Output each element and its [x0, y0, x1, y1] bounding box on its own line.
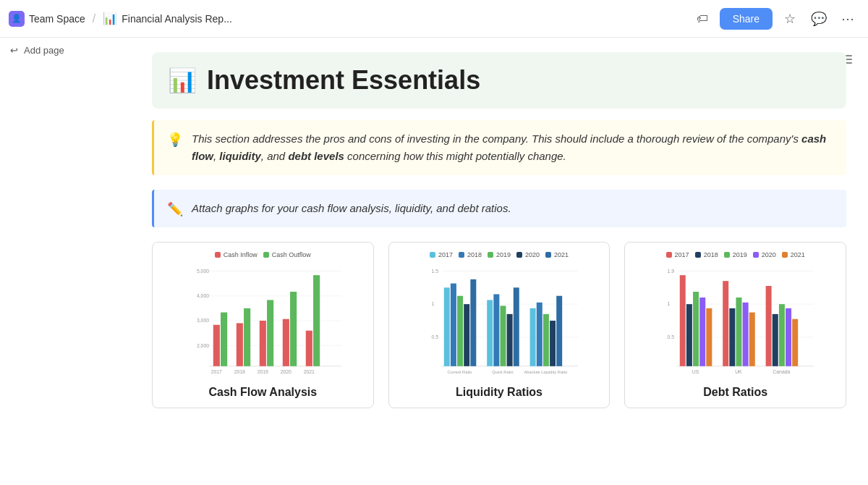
legend-inflow: Cash Inflow	[215, 251, 258, 258]
svg-rect-44	[500, 305, 506, 366]
navbar: 👤 Team Space / 📊 Financial Analysis Rep.…	[0, 0, 868, 38]
svg-rect-15	[213, 325, 220, 366]
svg-rect-24	[313, 275, 320, 366]
debt-legend: 2017 2018 2019 2020 2021	[666, 251, 805, 258]
svg-rect-51	[556, 296, 562, 366]
star-button[interactable]: ☆	[778, 7, 801, 30]
cash-flow-chart-card: Cash Inflow Cash Outflow 5,000 4,000 3,0…	[152, 242, 374, 408]
svg-rect-39	[457, 296, 463, 366]
cash-flow-title: Cash Flow Analysis	[209, 386, 318, 399]
svg-rect-47	[529, 308, 535, 366]
breadcrumb-separator: /	[93, 12, 95, 25]
svg-rect-48	[536, 303, 542, 366]
svg-rect-68	[730, 308, 736, 366]
doc-breadcrumb[interactable]: 📊 Financial Analysis Rep...	[103, 12, 232, 25]
tag-button[interactable]: 🏷	[691, 7, 714, 30]
svg-rect-64	[693, 292, 699, 366]
cash-flow-svg: 5,000 4,000 3,000 2,000	[161, 263, 365, 379]
charts-row: Cash Inflow Cash Outflow 5,000 4,000 3,0…	[152, 242, 846, 408]
svg-text:4,000: 4,000	[197, 293, 209, 298]
debt-chart-card: 2017 2018 2019 2020 2021 1.9 1 0.5	[624, 242, 846, 408]
svg-rect-76	[793, 319, 799, 366]
liquidity-title: Liquidity Ratios	[456, 386, 542, 399]
svg-text:2021: 2021	[304, 369, 315, 374]
cash-flow-legend: Cash Inflow Cash Outflow	[215, 251, 311, 258]
svg-rect-42	[487, 300, 493, 366]
svg-rect-37	[443, 287, 449, 366]
svg-rect-66	[707, 308, 712, 366]
svg-rect-71	[749, 313, 755, 366]
svg-rect-43	[493, 294, 499, 366]
svg-rect-38	[451, 284, 456, 366]
svg-text:Quick Ratio: Quick Ratio	[492, 370, 513, 374]
debt-svg: 1.9 1 0.5	[634, 263, 837, 379]
svg-rect-40	[464, 304, 469, 366]
svg-text:5,000: 5,000	[197, 269, 209, 274]
section-header: 📊 Investment Essentials	[152, 52, 846, 109]
callout-1-text: This section addresses the pros and cons…	[192, 130, 833, 165]
svg-text:Absolute Liquidity Ratio: Absolute Liquidity Ratio	[524, 370, 567, 374]
svg-rect-73	[773, 314, 778, 366]
legend-outflow: Cash Outflow	[263, 251, 311, 258]
add-page-label: Add page	[24, 45, 64, 56]
svg-text:2017: 2017	[211, 369, 222, 374]
doc-title: Financial Analysis Rep...	[122, 13, 232, 25]
callout-2-text: Attach graphs for your cash flow analysi…	[192, 200, 511, 217]
svg-rect-19	[260, 321, 266, 366]
svg-rect-63	[686, 304, 692, 366]
section-header-icon: 📊	[168, 67, 197, 94]
comment-button[interactable]: 💬	[807, 7, 830, 30]
svg-text:1: 1	[668, 301, 671, 306]
liquidity-svg: 1.5 1 0.5	[398, 263, 601, 379]
svg-rect-20	[267, 300, 273, 366]
svg-text:2020: 2020	[281, 369, 292, 374]
svg-rect-23	[306, 331, 312, 366]
svg-rect-74	[779, 304, 785, 366]
svg-text:0.5: 0.5	[668, 334, 675, 340]
svg-rect-21	[283, 319, 289, 366]
team-space-link[interactable]: 👤 Team Space	[9, 11, 85, 27]
svg-text:UK: UK	[735, 369, 742, 374]
add-page-icon: ↩	[10, 45, 18, 56]
debt-title: Debt Ratios	[703, 386, 767, 399]
svg-rect-18	[244, 308, 250, 366]
svg-text:2,000: 2,000	[197, 343, 209, 348]
share-button[interactable]: Share	[720, 8, 773, 30]
callout-block-1: 💡 This section addresses the pros and co…	[152, 120, 846, 175]
svg-rect-70	[743, 303, 749, 366]
svg-rect-69	[736, 298, 742, 366]
svg-rect-22	[290, 292, 297, 366]
svg-text:Canada: Canada	[773, 369, 791, 374]
team-icon: 👤	[9, 11, 25, 27]
svg-rect-50	[550, 321, 556, 366]
svg-rect-45	[506, 314, 512, 366]
svg-text:2018: 2018	[234, 369, 245, 374]
svg-rect-46	[513, 287, 519, 366]
svg-text:1.9: 1.9	[668, 269, 675, 274]
svg-text:2019: 2019	[258, 369, 268, 374]
svg-text:1: 1	[431, 301, 434, 306]
svg-rect-67	[723, 281, 729, 366]
liquidity-chart-card: 2017 2018 2019 2020 2021 1.5 1 0.5	[388, 242, 610, 408]
svg-text:1.5: 1.5	[431, 269, 438, 274]
svg-rect-72	[766, 286, 772, 366]
svg-rect-17	[237, 323, 243, 366]
svg-rect-41	[470, 279, 476, 366]
callout-1-icon: 💡	[167, 132, 183, 165]
svg-text:Current Ratio: Current Ratio	[447, 370, 472, 374]
callout-block-2: ✏️ Attach graphs for your cash flow anal…	[152, 190, 846, 227]
svg-rect-62	[680, 275, 686, 366]
svg-text:US: US	[692, 369, 699, 374]
main-content: 📊 Investment Essentials 💡 This section a…	[130, 38, 868, 485]
svg-rect-75	[786, 308, 791, 366]
more-button[interactable]: ⋯	[836, 7, 859, 30]
callout-2-icon: ✏️	[167, 201, 183, 217]
section-title: Investment Essentials	[207, 65, 480, 96]
svg-text:0.5: 0.5	[431, 334, 438, 340]
svg-rect-16	[221, 313, 227, 366]
team-name: Team Space	[29, 13, 85, 25]
liquidity-legend: 2017 2018 2019 2020 2021	[430, 251, 569, 258]
svg-rect-49	[543, 314, 549, 366]
doc-icon: 📊	[103, 12, 117, 25]
add-page-button[interactable]: ↩ Add page	[0, 38, 75, 63]
